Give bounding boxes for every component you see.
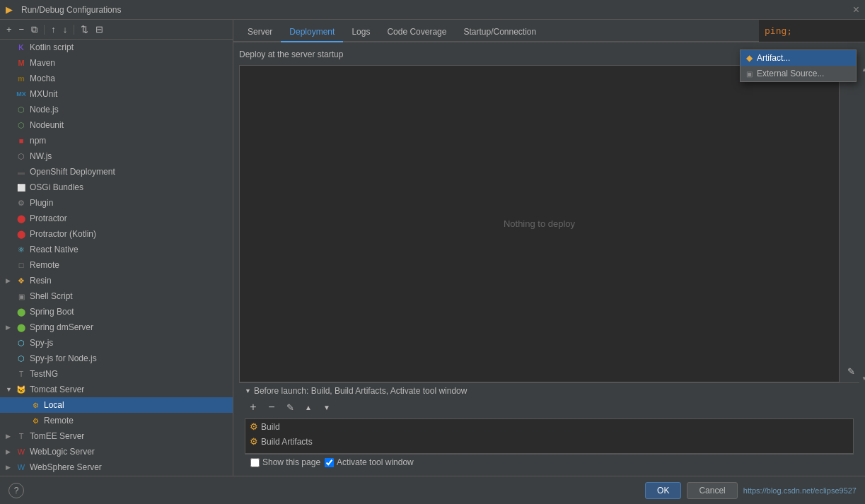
icon-tomee: T xyxy=(16,430,27,442)
icon-spring-boot: ⬤ xyxy=(16,306,27,317)
activate-tool-checkbox-label[interactable]: Activate tool window xyxy=(325,457,414,467)
tab-deployment[interactable]: Deployment xyxy=(281,23,343,42)
sidebar-item-maven[interactable]: M Maven xyxy=(0,55,233,71)
label-tomcat-local: Local xyxy=(44,400,64,410)
arrow-tomcat-server: ▼ xyxy=(6,386,16,393)
tab-logs[interactable]: Logs xyxy=(343,23,378,42)
launch-item-build: ⚙ Build xyxy=(245,419,853,434)
sidebar-item-websphere[interactable]: ▶ W WebSphere Server xyxy=(0,459,233,475)
sidebar-item-mxunit[interactable]: MX MXUnit xyxy=(0,86,233,102)
before-launch-down-btn[interactable]: ▼ xyxy=(318,399,335,416)
sidebar-item-spy-js-node[interactable]: ⬡ Spy-js for Node.js xyxy=(0,351,233,366)
build-icon: ⚙ xyxy=(250,421,258,432)
icon-weblogic: W xyxy=(16,446,27,457)
icon-nodeunit: ⬡ xyxy=(16,119,27,131)
icon-npm: ■ xyxy=(16,135,27,146)
help-button[interactable]: ? xyxy=(8,483,24,498)
tab-server[interactable]: Server xyxy=(239,23,281,42)
before-launch-list: ⚙ Build ⚙ Build Artifacts xyxy=(245,418,854,454)
show-page-checkbox[interactable] xyxy=(250,458,260,467)
icon-websphere: W xyxy=(16,462,27,473)
sidebar-item-testng[interactable]: T TestNG xyxy=(0,366,233,382)
sidebar-item-spy-js[interactable]: ⬡ Spy-js xyxy=(0,335,233,351)
icon-spy-js: ⬡ xyxy=(16,337,27,348)
build-artifacts-label: Build Artifacts xyxy=(261,437,313,447)
add-config-button[interactable]: + xyxy=(4,23,14,36)
sidebar-item-protractor-kotlin[interactable]: ⬤ Protractor (Kotlin) xyxy=(0,226,233,242)
sidebar-item-kotlin-script[interactable]: K Kotlin script xyxy=(0,40,233,55)
sidebar-item-spring-boot[interactable]: ⬤ Spring Boot xyxy=(0,304,233,320)
icon-kotlin-script: K xyxy=(16,42,27,53)
arrow-spring-dm: ▶ xyxy=(6,324,16,331)
sidebar-item-openshift[interactable]: ▬ OpenShift Deployment xyxy=(0,164,233,180)
sidebar-item-react-native[interactable]: ⚛ React Native xyxy=(0,242,233,257)
label-tomcat-remote: Remote xyxy=(44,416,74,426)
sidebar-item-resin[interactable]: ▶ ❖ Resin xyxy=(0,273,233,288)
sidebar-item-tomcat-local[interactable]: ⚙ Local xyxy=(0,397,233,413)
deploy-list: Nothing to deploy xyxy=(239,65,840,382)
before-launch-edit-btn[interactable]: ✎ xyxy=(281,399,298,416)
sidebar-item-shell-script[interactable]: ▣ Shell Script xyxy=(0,288,233,304)
close-button[interactable]: × xyxy=(853,4,859,16)
sidebar-item-osgi[interactable]: ⬜ OSGi Bundles xyxy=(0,180,233,195)
dropdown-artifact[interactable]: ◆ Artifact... xyxy=(741,50,856,66)
sort-button[interactable]: ⇅ xyxy=(79,23,91,36)
sidebar-item-npm[interactable]: ■ npm xyxy=(0,133,233,148)
sidebar-item-weblogic[interactable]: ▶ W WebLogic Server xyxy=(0,444,233,459)
icon-nwjs: ⬡ xyxy=(16,151,27,162)
launch-item-build-artifacts: ⚙ Build Artifacts xyxy=(245,434,853,449)
dropdown-external-source[interactable]: ▣ External Source... xyxy=(741,66,856,81)
before-launch-remove-btn[interactable]: − xyxy=(263,399,280,416)
sidebar-item-tomee[interactable]: ▶ T TomEE Server xyxy=(0,428,233,444)
move-up-button[interactable]: ↑ xyxy=(49,23,58,36)
deployment-area: Deploy at the server startup Nothing to … xyxy=(233,42,865,476)
tab-startup-connection[interactable]: Startup/Connection xyxy=(455,23,545,42)
sidebar-item-spring-dm[interactable]: ▶ ⬤ Spring dmServer xyxy=(0,320,233,335)
label-protractor-kotlin: Protractor (Kotlin) xyxy=(30,229,96,239)
url-text: https://blog.csdn.net/eclipse9527 xyxy=(743,486,857,495)
sidebar-item-tomcat-remote[interactable]: ⚙ Remote xyxy=(0,413,233,428)
icon-remote: □ xyxy=(16,259,27,271)
icon-tomcat-local: ⚙ xyxy=(30,399,41,411)
icon-plugin: ⚙ xyxy=(16,197,27,209)
sidebar-item-nwjs[interactable]: ⬡ NW.js xyxy=(0,148,233,164)
label-maven: Maven xyxy=(30,58,55,68)
ok-button[interactable]: OK xyxy=(645,482,681,499)
move-down-button[interactable]: ↓ xyxy=(61,23,70,36)
icon-resin: ❖ xyxy=(16,275,27,286)
arrow-tomee: ▶ xyxy=(6,433,16,440)
label-websphere: WebSphere Server xyxy=(30,462,102,472)
remove-config-button[interactable]: − xyxy=(17,23,27,36)
cancel-button[interactable]: Cancel xyxy=(687,482,737,499)
sidebar-item-remote[interactable]: □ Remote xyxy=(0,257,233,273)
before-launch-header[interactable]: ▼ Before launch: Build, Build Artifacts,… xyxy=(245,386,854,396)
sidebar-item-nodejs[interactable]: ⬡ Node.js xyxy=(0,102,233,117)
before-launch-add-btn[interactable]: + xyxy=(245,399,262,416)
sidebar-item-mocha[interactable]: m Mocha xyxy=(0,71,233,86)
artifact-label: Artifact... xyxy=(757,53,790,63)
sidebar-item-protractor[interactable]: ⬤ Protractor xyxy=(0,211,233,226)
copy-config-button[interactable]: ⧉ xyxy=(29,23,40,37)
label-spy-js: Spy-js xyxy=(30,338,53,348)
deploy-edit-button[interactable]: ✎ xyxy=(842,363,859,380)
filter-button[interactable]: ⊟ xyxy=(93,23,105,36)
icon-tomcat-remote: ⚙ xyxy=(30,415,41,426)
sidebar-item-nodeunit[interactable]: ⬡ Nodeunit xyxy=(0,117,233,133)
sidebar-item-tomcat-server[interactable]: ▼ 🐱 Tomcat Server xyxy=(0,382,233,397)
label-osgi: OSGi Bundles xyxy=(30,182,83,192)
activate-tool-checkbox[interactable] xyxy=(325,458,334,467)
before-launch-arrow: ▼ xyxy=(245,387,251,394)
scroll-up-btn[interactable]: ▲ xyxy=(859,65,865,74)
label-npm: npm xyxy=(30,136,46,146)
sidebar-item-plugin[interactable]: ⚙ Plugin xyxy=(0,195,233,211)
icon-mxunit: MX xyxy=(16,88,27,100)
config-tree: K Kotlin script M Maven m Mocha MX MXUni… xyxy=(0,40,233,476)
before-launch-up-btn[interactable]: ▲ xyxy=(300,399,317,416)
label-protractor: Protractor xyxy=(30,213,67,223)
label-remote: Remote xyxy=(30,260,59,270)
show-page-checkbox-label[interactable]: Show this page xyxy=(250,457,320,467)
scroll-down-btn[interactable]: ▼ xyxy=(859,374,865,382)
tab-code-coverage[interactable]: Code Coverage xyxy=(378,23,455,42)
sidebar-item-xslt[interactable]: X XSLT xyxy=(0,475,233,476)
label-spring-dm: Spring dmServer xyxy=(30,322,93,332)
